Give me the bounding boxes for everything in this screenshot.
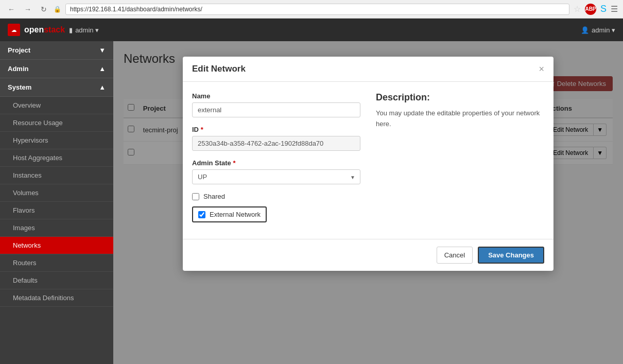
- admin-menu[interactable]: ▮ admin ▾: [69, 26, 99, 34]
- modal-description: Description: You may update the editable…: [376, 92, 544, 229]
- shared-checkbox-row: Shared: [192, 193, 360, 200]
- sidebar-item-flavors[interactable]: Flavors: [0, 202, 113, 219]
- id-required-star: *: [201, 126, 203, 133]
- sidebar-label: Volumes: [13, 189, 39, 197]
- sidebar-item-metadata[interactable]: Metadata Definitions: [0, 289, 113, 307]
- name-input[interactable]: [192, 102, 360, 117]
- skype-icon[interactable]: S: [600, 4, 607, 14]
- top-navbar: ☁ openstack ▮ admin ▾ 👤 admin ▾: [0, 19, 623, 41]
- user-dropdown[interactable]: admin ▾: [592, 26, 615, 34]
- external-network-box: External Network: [192, 206, 267, 222]
- edit-network-modal: Edit Network × Name ID *: [183, 57, 553, 271]
- id-label: ID *: [192, 126, 360, 133]
- name-label: Name: [192, 92, 360, 100]
- admin-chevron: ▲: [99, 65, 106, 73]
- sidebar-label: Metadata Definitions: [13, 294, 74, 302]
- name-field-group: Name: [192, 92, 360, 117]
- sidebar-label: Hypervisors: [13, 136, 48, 144]
- sidebar-project-header[interactable]: Project ▼: [0, 41, 113, 60]
- menu-icon[interactable]: ☰: [611, 4, 618, 14]
- sidebar-item-volumes[interactable]: Volumes: [0, 184, 113, 202]
- modal-close-button[interactable]: ×: [539, 64, 544, 74]
- modal-body: Name ID * Admin State: [183, 82, 553, 239]
- admin-label: Admin: [8, 65, 28, 73]
- system-chevron: ▲: [99, 83, 106, 91]
- star-icon[interactable]: ☆: [574, 4, 581, 14]
- sidebar-label: Instances: [13, 171, 42, 179]
- sidebar-label: Resource Usage: [13, 119, 63, 127]
- external-network-label[interactable]: External Network: [210, 211, 261, 218]
- content-area: Networks 🔍 + Create Network 🗑 Delete Net…: [113, 41, 623, 364]
- admin-state-label-text: Admin State: [192, 159, 231, 167]
- sidebar-label: Overview: [13, 101, 41, 109]
- project-chevron: ▼: [99, 46, 106, 54]
- sidebar-label: Host Aggregates: [13, 154, 62, 162]
- sidebar: Project ▼ Admin ▲ System ▲ Overview Reso…: [0, 41, 113, 364]
- sidebar-label: Flavors: [13, 206, 35, 214]
- modal-overlay: Edit Network × Name ID *: [113, 41, 623, 364]
- openstack-logo: ☁: [8, 24, 20, 36]
- sidebar-item-hypervisors[interactable]: Hypervisors: [0, 132, 113, 149]
- sidebar-label: Images: [13, 224, 35, 232]
- sidebar-item-defaults[interactable]: Defaults: [0, 272, 113, 289]
- save-changes-button[interactable]: Save Changes: [478, 247, 544, 264]
- sidebar-item-images[interactable]: Images: [0, 219, 113, 237]
- forward-button[interactable]: →: [22, 4, 34, 14]
- brand-name: openstack: [24, 25, 65, 34]
- admin-dropdown[interactable]: admin ▾: [75, 26, 99, 34]
- shared-checkbox[interactable]: [192, 193, 199, 200]
- external-network-checkbox-row: External Network: [192, 206, 360, 222]
- system-label: System: [8, 83, 31, 91]
- desc-title: Description:: [376, 92, 544, 103]
- desc-text: You may update the editable properties o…: [376, 108, 544, 130]
- sidebar-item-resource-usage[interactable]: Resource Usage: [0, 114, 113, 132]
- modal-footer: Cancel Save Changes: [183, 239, 553, 271]
- user-menu[interactable]: 👤 admin ▾: [581, 26, 615, 34]
- abp-icon[interactable]: ABP: [585, 4, 596, 15]
- id-label-text: ID: [192, 126, 199, 133]
- cancel-button[interactable]: Cancel: [437, 247, 473, 264]
- security-icon: 🔒: [54, 6, 61, 13]
- modal-header: Edit Network ×: [183, 57, 553, 82]
- back-button[interactable]: ←: [5, 4, 18, 14]
- url-bar[interactable]: [65, 4, 569, 15]
- sidebar-label: Defaults: [13, 276, 38, 284]
- sidebar-item-routers[interactable]: Routers: [0, 254, 113, 272]
- modal-title: Edit Network: [192, 64, 246, 74]
- sidebar-item-networks[interactable]: Networks: [0, 237, 113, 254]
- sidebar-item-host-aggregates[interactable]: Host Aggregates: [0, 149, 113, 167]
- navbar-brand: ☁ openstack ▮ admin ▾: [8, 24, 99, 36]
- admin-state-required-star: *: [233, 159, 235, 167]
- admin-state-select-wrap: UP DOWN: [192, 169, 360, 184]
- sidebar-admin-header[interactable]: Admin ▲: [0, 60, 113, 78]
- sidebar-item-instances[interactable]: Instances: [0, 167, 113, 184]
- id-input: [192, 136, 360, 151]
- sidebar-system-header[interactable]: System ▲: [0, 78, 113, 97]
- sidebar-label: Networks: [13, 241, 41, 249]
- admin-state-select[interactable]: UP DOWN: [192, 169, 360, 184]
- sidebar-label: Routers: [13, 259, 37, 267]
- project-label: Project: [8, 46, 30, 54]
- admin-state-label: Admin State *: [192, 159, 360, 167]
- modal-form: Name ID * Admin State: [192, 92, 360, 229]
- refresh-button[interactable]: ↻: [38, 4, 49, 14]
- admin-state-field-group: Admin State * UP DOWN: [192, 159, 360, 184]
- main-layout: Project ▼ Admin ▲ System ▲ Overview Reso…: [0, 41, 623, 364]
- shared-label[interactable]: Shared: [203, 193, 225, 200]
- sidebar-item-overview[interactable]: Overview: [0, 97, 113, 114]
- browser-chrome: ← → ↻ 🔒 ☆ ABP S ☰: [0, 0, 623, 19]
- id-field-group: ID *: [192, 126, 360, 151]
- external-network-checkbox[interactable]: [198, 211, 205, 218]
